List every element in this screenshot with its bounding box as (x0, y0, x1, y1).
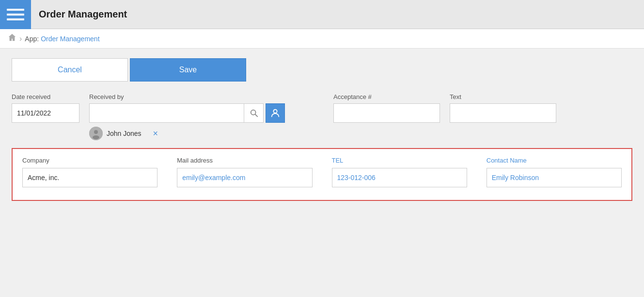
date-received-input[interactable] (12, 103, 79, 123)
received-by-group: Received by (89, 93, 285, 140)
text-label: Text (450, 93, 556, 100)
app-header: Order Management (0, 0, 644, 29)
acceptance-label: Acceptance # (333, 93, 440, 100)
contact-box: Company Mail address TEL Contact Name (12, 148, 632, 201)
tel-col: TEL (332, 157, 467, 187)
svg-point-8 (93, 135, 99, 139)
selected-person-row: John Jones × (89, 127, 285, 140)
breadcrumb-label: App: (25, 35, 39, 43)
tel-label: TEL (332, 157, 467, 164)
svg-point-5 (273, 110, 277, 113)
clear-person-button[interactable]: × (151, 129, 160, 139)
menu-icon (7, 6, 24, 23)
svg-rect-0 (7, 9, 24, 11)
toolbar: Cancel Save (12, 58, 632, 82)
received-by-label: Received by (89, 93, 285, 100)
svg-rect-1 (7, 14, 24, 16)
person-avatar (89, 127, 103, 140)
form-section: Date received Received by (12, 93, 632, 140)
cancel-button[interactable]: Cancel (12, 58, 128, 82)
mail-address-col: Mail address (177, 157, 312, 187)
main-content: Cancel Save Date received Received by (0, 49, 644, 211)
company-label: Company (22, 157, 157, 164)
svg-rect-2 (7, 18, 24, 20)
text-input[interactable] (450, 103, 556, 123)
mail-address-label: Mail address (177, 157, 312, 164)
save-button[interactable]: Save (130, 58, 246, 82)
app-title: Order Management (39, 9, 127, 20)
breadcrumb-separator: › (19, 34, 22, 43)
date-received-group: Date received (12, 93, 79, 123)
form-row-1: Date received Received by (12, 93, 632, 140)
text-group: Text (450, 93, 556, 123)
breadcrumb: › App: Order Management (0, 29, 644, 49)
home-icon[interactable] (8, 33, 16, 44)
logo-button[interactable] (0, 0, 31, 29)
person-lookup-button[interactable] (266, 103, 285, 123)
contact-name-col: Contact Name (487, 157, 622, 187)
svg-line-4 (255, 115, 257, 117)
received-by-input-row (89, 103, 285, 123)
contact-name-label: Contact Name (487, 157, 622, 164)
date-received-label: Date received (12, 93, 79, 100)
mail-address-input[interactable] (177, 168, 312, 187)
selected-person-name: John Jones (107, 130, 141, 137)
search-button[interactable] (244, 103, 264, 123)
company-input[interactable] (22, 168, 157, 187)
contact-name-input[interactable] (487, 168, 622, 187)
person-icon (270, 108, 281, 118)
breadcrumb-app-link[interactable]: Order Management (41, 35, 99, 43)
company-col: Company (22, 157, 157, 187)
tel-input[interactable] (332, 168, 467, 187)
search-icon (250, 109, 258, 117)
acceptance-group: Acceptance # (333, 93, 440, 123)
svg-point-7 (94, 130, 98, 134)
acceptance-input[interactable] (333, 103, 440, 123)
received-by-input[interactable] (89, 103, 244, 123)
